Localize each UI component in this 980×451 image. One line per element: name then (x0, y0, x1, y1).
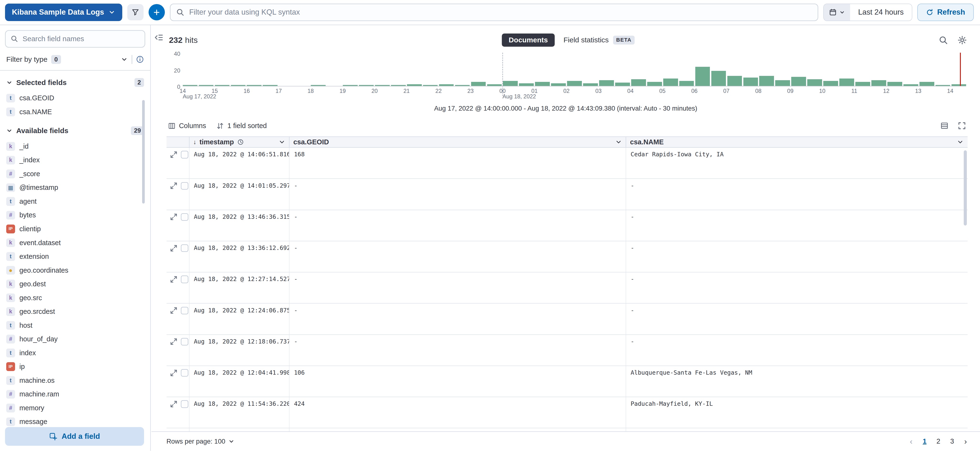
saved-queries-button[interactable] (127, 4, 143, 20)
chevron-down-icon (108, 9, 115, 16)
field-name: geo.src (19, 294, 42, 302)
header-timestamp[interactable]: ↓ timestamp (189, 137, 289, 147)
row-checkbox[interactable] (181, 213, 188, 221)
field-search-input[interactable] (22, 35, 140, 43)
field-item[interactable]: t index (6, 346, 144, 360)
density-icon (940, 121, 949, 130)
rows-per-page-button[interactable]: Rows per page: 100 (167, 438, 235, 445)
field-name: extension (19, 253, 49, 260)
refresh-button[interactable]: Refresh (917, 3, 974, 21)
field-item[interactable]: IP clientip (6, 222, 144, 236)
row-checkbox[interactable] (181, 151, 188, 158)
data-view-picker-button[interactable]: Kibana Sample Data Logs (5, 3, 122, 21)
collapse-sidebar-button[interactable] (154, 32, 165, 43)
sorted-label: 1 field sorted (227, 122, 267, 130)
expand-document-button[interactable] (170, 368, 178, 377)
field-item[interactable]: # bytes (6, 208, 144, 222)
header-timestamp-label: timestamp (200, 138, 234, 146)
row-checkbox[interactable] (181, 276, 188, 283)
expand-document-button[interactable] (170, 400, 178, 409)
field-type-icon: t (6, 349, 15, 357)
header-csa-geoid[interactable]: csa.GEOID (289, 137, 626, 147)
field-item[interactable]: t host (6, 319, 144, 332)
field-item[interactable]: t message (6, 415, 144, 429)
field-item[interactable]: k geo.src (6, 291, 144, 305)
grid-scrollbar[interactable] (964, 150, 967, 225)
columns-button[interactable]: Columns (168, 122, 206, 130)
column-menu-chevron-icon[interactable] (615, 139, 622, 145)
chart-options-button[interactable] (958, 35, 967, 45)
field-item[interactable]: k event.dataset (6, 236, 144, 250)
inspect-button[interactable] (939, 35, 949, 45)
field-item[interactable]: IP ip (6, 360, 144, 374)
sidebar-scrollbar[interactable] (142, 100, 145, 204)
expand-document-button[interactable] (170, 306, 178, 315)
expand-document-button[interactable] (170, 275, 178, 284)
expand-document-button[interactable] (170, 244, 178, 253)
expand-document-button[interactable] (170, 182, 178, 190)
field-search-bar (5, 30, 145, 48)
field-type-icon: # (6, 335, 15, 344)
field-item[interactable]: # memory (6, 401, 144, 415)
histogram-plot[interactable]: 14Aug 17, 202215161718192021222300Aug 18… (183, 53, 966, 86)
field-item[interactable]: # hour_of_day (6, 332, 144, 346)
search-icon (176, 8, 184, 16)
row-controls (167, 304, 189, 334)
field-item[interactable]: t extension (6, 250, 144, 264)
info-icon[interactable] (136, 55, 144, 64)
field-item[interactable]: t csa.GEOID (6, 91, 144, 105)
row-controls (167, 335, 189, 365)
field-item[interactable]: t machine.os (6, 374, 144, 387)
chart-time-range-caption: Aug 17, 2022 @ 14:00:00.000 - Aug 18, 20… (151, 105, 980, 114)
expand-document-button[interactable] (170, 213, 178, 222)
column-menu-chevron-icon[interactable] (957, 139, 964, 145)
fullscreen-button[interactable] (958, 121, 967, 131)
page-button[interactable]: 3 (946, 435, 958, 448)
table-row: Aug 18, 2022 @ 14:01:05.297 - - (167, 179, 967, 210)
field-item[interactable]: k _index (6, 153, 144, 167)
selected-fields-header[interactable]: Selected fields 2 (6, 78, 144, 87)
expand-icon (170, 275, 178, 284)
field-item[interactable]: # machine.ram (6, 387, 144, 401)
histogram-bar (439, 84, 454, 86)
field-name: csa.GEOID (19, 94, 54, 102)
available-fields-header[interactable]: Available fields 29 (6, 126, 144, 135)
row-checkbox[interactable] (181, 244, 188, 252)
tab-documents[interactable]: Documents (502, 33, 555, 47)
sort-fields-button[interactable]: 1 field sorted (216, 122, 267, 130)
filter-by-type-row[interactable]: Filter by type 0 (6, 54, 144, 65)
field-name: @timestamp (19, 183, 58, 191)
add-filter-button[interactable] (149, 4, 165, 20)
row-checkbox[interactable] (181, 369, 188, 376)
tab-field-statistics[interactable]: Field statistics BETA (563, 36, 635, 44)
page-button[interactable]: 2 (932, 435, 944, 448)
header-csa-name[interactable]: csa.NAME (626, 137, 967, 147)
column-menu-chevron-icon[interactable] (278, 139, 285, 145)
field-item[interactable]: ▦ @timestamp (6, 181, 144, 194)
expand-document-button[interactable] (170, 150, 178, 159)
row-checkbox[interactable] (181, 182, 188, 190)
expand-document-button[interactable] (170, 337, 178, 346)
time-range-button[interactable]: Last 24 hours (850, 4, 912, 21)
next-page-button[interactable]: › (960, 435, 971, 448)
row-checkbox[interactable] (181, 338, 188, 346)
add-field-button[interactable]: Add a field (5, 427, 144, 446)
time-end-marker (960, 53, 961, 86)
kql-query-input[interactable] (189, 8, 812, 16)
field-item[interactable]: # _score (6, 167, 144, 181)
field-item[interactable]: t agent (6, 194, 144, 209)
field-item[interactable]: k _id (6, 140, 144, 153)
cell-csa-geoid: - (289, 273, 626, 303)
cell-csa-name: - (626, 304, 967, 334)
page-button[interactable]: 1 (919, 435, 931, 448)
date-picker-calendar-button[interactable] (824, 4, 850, 21)
previous-page-button[interactable]: ‹ (905, 435, 917, 448)
display-density-button[interactable] (940, 121, 950, 131)
field-item[interactable]: k geo.srcdest (6, 305, 144, 319)
field-item[interactable]: k geo.dest (6, 277, 144, 291)
x-axis-date-label: Aug 18, 2022 (503, 93, 536, 100)
row-checkbox[interactable] (181, 400, 188, 408)
field-item[interactable]: ● geo.coordinates (6, 263, 144, 277)
row-checkbox[interactable] (181, 307, 188, 314)
field-item[interactable]: t csa.NAME (6, 105, 144, 119)
